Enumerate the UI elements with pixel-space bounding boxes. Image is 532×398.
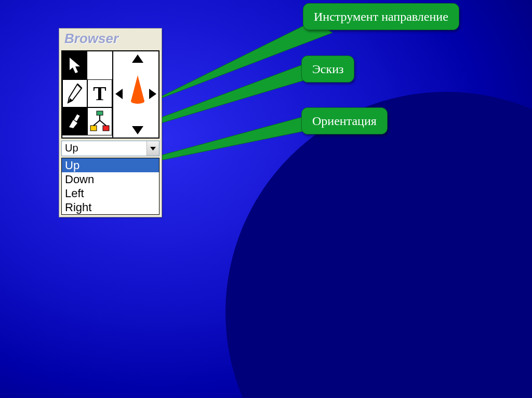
callout-direction-tool: Инструмент направление	[303, 3, 459, 30]
chevron-down-icon	[150, 147, 156, 150]
svg-rect-10	[97, 111, 103, 115]
svg-marker-16	[131, 75, 144, 101]
svg-rect-9	[74, 114, 79, 121]
orientation-option[interactable]: Up	[62, 158, 159, 172]
svg-line-14	[94, 120, 100, 126]
arrow-tool[interactable]	[62, 51, 87, 79]
pencil-tool[interactable]	[62, 79, 87, 107]
direction-tool[interactable]	[113, 50, 159, 139]
svg-marker-3	[70, 58, 80, 73]
dir-left-icon	[115, 89, 123, 99]
svg-line-5	[77, 84, 82, 88]
svg-text:T: T	[93, 84, 106, 103]
slide-background: Browser	[0, 0, 532, 398]
pencil-icon	[66, 83, 84, 104]
orientation-option[interactable]: Down	[62, 172, 159, 186]
paint-brush-icon	[66, 113, 84, 130]
dir-down-icon	[132, 126, 143, 134]
svg-rect-11	[90, 126, 97, 131]
panel-title: Browser	[59, 29, 162, 49]
svg-marker-20	[115, 89, 123, 99]
dir-up-icon	[132, 54, 143, 63]
cursor-arrow-icon	[66, 57, 83, 74]
svg-point-17	[131, 99, 144, 104]
orientation-option[interactable]: Right	[62, 200, 159, 214]
paint-tool[interactable]	[62, 107, 87, 135]
tool-grid: T	[61, 50, 113, 139]
text-tool[interactable]: T	[87, 79, 112, 107]
cone-icon	[130, 75, 145, 104]
svg-marker-22	[150, 147, 156, 150]
orientation-listbox[interactable]: Up Down Left Right	[61, 158, 159, 215]
svg-marker-8	[69, 120, 77, 128]
nodes-tool[interactable]	[87, 107, 112, 135]
diagram-icon	[89, 110, 110, 133]
svg-marker-19	[132, 126, 143, 134]
svg-rect-12	[103, 126, 109, 131]
dir-right-icon	[149, 89, 156, 99]
orientation-select-value: Up	[62, 141, 147, 156]
tool-area: T	[61, 50, 159, 139]
orientation-select-button[interactable]	[147, 141, 159, 156]
callout-orientation: Ориентация	[301, 107, 388, 134]
browser-panel: Browser	[59, 28, 162, 217]
text-icon: T	[90, 84, 109, 103]
orientation-select[interactable]: Up	[61, 141, 159, 156]
svg-line-15	[100, 120, 106, 126]
callout-sketch: Эскиз	[301, 56, 354, 83]
svg-marker-21	[149, 89, 156, 99]
orientation-option[interactable]: Left	[62, 186, 159, 200]
svg-marker-18	[132, 54, 143, 63]
